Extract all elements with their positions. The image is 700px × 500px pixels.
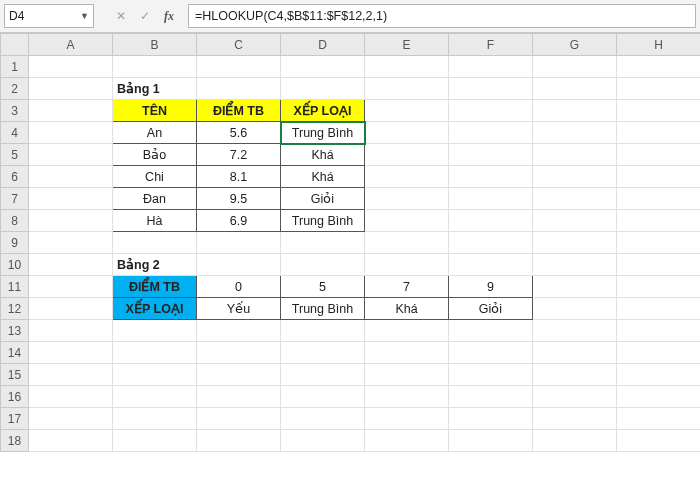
cell-A8[interactable] xyxy=(29,210,113,232)
cell-G7[interactable] xyxy=(533,188,617,210)
cell-F13[interactable] xyxy=(449,320,533,342)
col-header-A[interactable]: A xyxy=(29,34,113,56)
cell-E6[interactable] xyxy=(365,166,449,188)
cell-C14[interactable] xyxy=(197,342,281,364)
col-header-B[interactable]: B xyxy=(113,34,197,56)
select-all-corner[interactable] xyxy=(1,34,29,56)
cell-B13[interactable] xyxy=(113,320,197,342)
cell-D7[interactable]: Giỏi xyxy=(281,188,365,210)
cell-F3[interactable] xyxy=(449,100,533,122)
cell-B7[interactable]: Đan xyxy=(113,188,197,210)
cell-G2[interactable] xyxy=(533,78,617,100)
cell-A2[interactable] xyxy=(29,78,113,100)
cell-D5[interactable]: Khá xyxy=(281,144,365,166)
cell-C12[interactable]: Yếu xyxy=(197,298,281,320)
cell-D16[interactable] xyxy=(281,386,365,408)
cell-A12[interactable] xyxy=(29,298,113,320)
cell-F18[interactable] xyxy=(449,430,533,452)
cell-F16[interactable] xyxy=(449,386,533,408)
cell-G5[interactable] xyxy=(533,144,617,166)
cell-B2[interactable]: Bảng 1 xyxy=(113,78,197,100)
cell-H18[interactable] xyxy=(617,430,701,452)
cell-F10[interactable] xyxy=(449,254,533,276)
cell-F6[interactable] xyxy=(449,166,533,188)
cell-F9[interactable] xyxy=(449,232,533,254)
cell-F4[interactable] xyxy=(449,122,533,144)
cell-C11[interactable]: 0 xyxy=(197,276,281,298)
cell-A5[interactable] xyxy=(29,144,113,166)
cell-A11[interactable] xyxy=(29,276,113,298)
cell-H9[interactable] xyxy=(617,232,701,254)
cell-D4[interactable]: Trung Bình xyxy=(281,122,365,144)
cell-H17[interactable] xyxy=(617,408,701,430)
cancel-icon[interactable]: ✕ xyxy=(114,9,128,23)
col-header-D[interactable]: D xyxy=(281,34,365,56)
cell-G15[interactable] xyxy=(533,364,617,386)
cell-B8[interactable]: Hà xyxy=(113,210,197,232)
cell-A3[interactable] xyxy=(29,100,113,122)
cell-B4[interactable]: An xyxy=(113,122,197,144)
cell-F17[interactable] xyxy=(449,408,533,430)
cell-D2[interactable] xyxy=(281,78,365,100)
cell-H10[interactable] xyxy=(617,254,701,276)
cell-D13[interactable] xyxy=(281,320,365,342)
cell-G9[interactable] xyxy=(533,232,617,254)
cell-B3[interactable]: TÊN xyxy=(113,100,197,122)
cell-E16[interactable] xyxy=(365,386,449,408)
row-header-3[interactable]: 3 xyxy=(1,100,29,122)
cell-E15[interactable] xyxy=(365,364,449,386)
cell-E5[interactable] xyxy=(365,144,449,166)
cell-A9[interactable] xyxy=(29,232,113,254)
cell-A4[interactable] xyxy=(29,122,113,144)
cell-D8[interactable]: Trung Bình xyxy=(281,210,365,232)
cell-E14[interactable] xyxy=(365,342,449,364)
cell-H16[interactable] xyxy=(617,386,701,408)
cell-G14[interactable] xyxy=(533,342,617,364)
cell-H1[interactable] xyxy=(617,56,701,78)
cell-A17[interactable] xyxy=(29,408,113,430)
cell-G3[interactable] xyxy=(533,100,617,122)
cell-H4[interactable] xyxy=(617,122,701,144)
row-header-6[interactable]: 6 xyxy=(1,166,29,188)
row-header-18[interactable]: 18 xyxy=(1,430,29,452)
cell-A1[interactable] xyxy=(29,56,113,78)
cell-C5[interactable]: 7.2 xyxy=(197,144,281,166)
cell-A7[interactable] xyxy=(29,188,113,210)
cell-G1[interactable] xyxy=(533,56,617,78)
cell-E2[interactable] xyxy=(365,78,449,100)
cell-A16[interactable] xyxy=(29,386,113,408)
cell-B9[interactable] xyxy=(113,232,197,254)
cell-H3[interactable] xyxy=(617,100,701,122)
col-header-H[interactable]: H xyxy=(617,34,701,56)
cell-D17[interactable] xyxy=(281,408,365,430)
cell-C15[interactable] xyxy=(197,364,281,386)
cell-C18[interactable] xyxy=(197,430,281,452)
cell-C9[interactable] xyxy=(197,232,281,254)
cell-A14[interactable] xyxy=(29,342,113,364)
row-header-1[interactable]: 1 xyxy=(1,56,29,78)
cell-G10[interactable] xyxy=(533,254,617,276)
cell-A6[interactable] xyxy=(29,166,113,188)
cell-B6[interactable]: Chi xyxy=(113,166,197,188)
cell-H5[interactable] xyxy=(617,144,701,166)
cell-E18[interactable] xyxy=(365,430,449,452)
cell-B17[interactable] xyxy=(113,408,197,430)
cell-E8[interactable] xyxy=(365,210,449,232)
cell-C16[interactable] xyxy=(197,386,281,408)
cell-B11[interactable]: ĐIỂM TB xyxy=(113,276,197,298)
row-header-15[interactable]: 15 xyxy=(1,364,29,386)
cell-H7[interactable] xyxy=(617,188,701,210)
cell-B1[interactable] xyxy=(113,56,197,78)
cell-C1[interactable] xyxy=(197,56,281,78)
cell-E1[interactable] xyxy=(365,56,449,78)
cell-D6[interactable]: Khá xyxy=(281,166,365,188)
row-header-13[interactable]: 13 xyxy=(1,320,29,342)
cell-E11[interactable]: 7 xyxy=(365,276,449,298)
cell-C3[interactable]: ĐIỂM TB xyxy=(197,100,281,122)
col-header-G[interactable]: G xyxy=(533,34,617,56)
row-header-8[interactable]: 8 xyxy=(1,210,29,232)
cell-D3[interactable]: XẾP LOẠI xyxy=(281,100,365,122)
row-header-5[interactable]: 5 xyxy=(1,144,29,166)
cell-H15[interactable] xyxy=(617,364,701,386)
cell-F12[interactable]: Giỏi xyxy=(449,298,533,320)
